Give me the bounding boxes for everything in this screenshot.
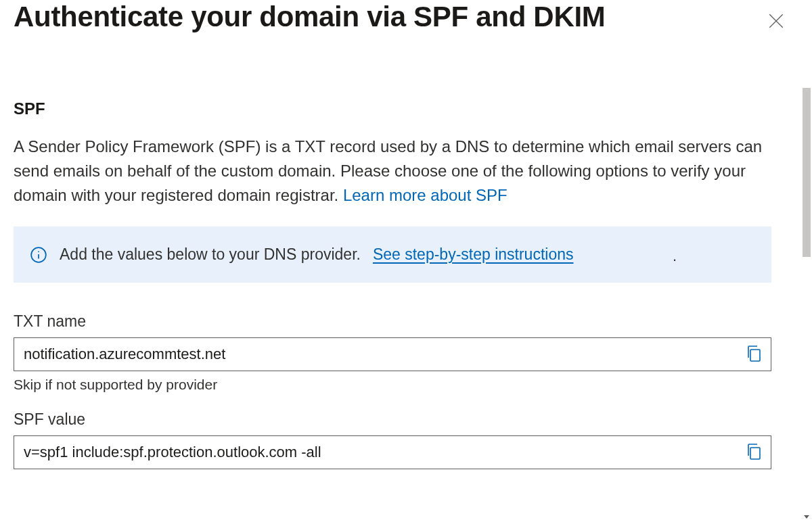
spf-description: A Sender Policy Framework (SPF) is a TXT…	[14, 135, 771, 208]
spf-value-row	[14, 435, 771, 469]
svg-point-4	[38, 251, 39, 252]
svg-rect-6	[750, 448, 760, 459]
spf-value-label: SPF value	[14, 410, 771, 429]
close-button[interactable]	[761, 5, 792, 39]
copy-txt-name-button[interactable]	[737, 338, 771, 371]
authenticate-domain-panel: Authenticate your domain via SPF and DKI…	[0, 0, 812, 522]
scrollbar-thumb[interactable]	[803, 88, 811, 257]
scroll-arrow-down-icon[interactable]	[803, 513, 811, 521]
copy-icon	[746, 345, 762, 364]
spf-section-heading: SPF	[14, 99, 771, 118]
scrollbar[interactable]	[801, 0, 812, 522]
txt-name-input[interactable]	[14, 338, 737, 371]
txt-name-row	[14, 337, 771, 371]
learn-more-spf-link[interactable]: Learn more about SPF	[343, 186, 508, 204]
info-banner-dot: .	[673, 247, 677, 265]
info-banner: Add the values below to your DNS provide…	[14, 227, 771, 283]
close-icon	[767, 22, 785, 32]
info-icon	[30, 246, 47, 264]
svg-rect-5	[750, 350, 760, 361]
spf-value-input[interactable]	[14, 436, 737, 469]
txt-name-label: TXT name	[14, 312, 771, 331]
txt-name-helper: Skip if not supported by provider	[14, 377, 771, 393]
copy-spf-value-button[interactable]	[737, 436, 771, 469]
info-banner-text: Add the values below to your DNS provide…	[60, 245, 361, 264]
panel-title: Authenticate your domain via SPF and DKI…	[14, 0, 605, 34]
copy-icon	[746, 443, 762, 462]
svg-marker-7	[804, 515, 809, 519]
step-by-step-link[interactable]: See step-by-step instructions	[373, 245, 574, 264]
